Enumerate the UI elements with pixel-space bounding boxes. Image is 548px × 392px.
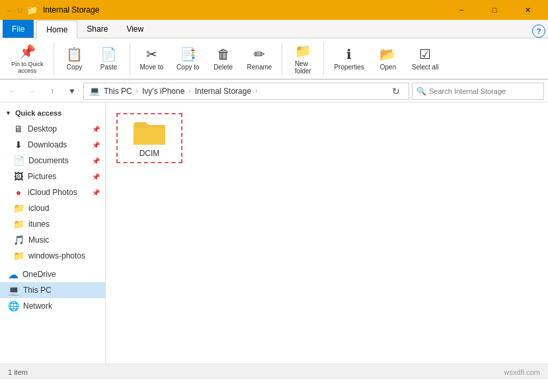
up-button[interactable]: ↑ (44, 83, 61, 100)
sidebar-item-network[interactable]: 🌐 Network (0, 298, 105, 314)
downloads-icon: ⬇ (13, 139, 24, 150)
ribbon-content: 📌 Pin to Quickaccess 📋 Copy 📄 Paste ✂ Mo… (0, 38, 548, 79)
title-bar-controls: − □ ✕ (446, 0, 543, 20)
pin-to-quick-access-button[interactable]: 📌 Pin to Quickaccess (5, 40, 50, 77)
maximize-button[interactable]: □ (479, 0, 510, 20)
pictures-icon: 🖼 (13, 171, 24, 182)
quick-access-arrow: ▼ (5, 110, 11, 116)
sidebar-quick-access[interactable]: ▼ Quick access (0, 105, 105, 121)
breadcrumb-iphone[interactable]: Ivy's iPhone (139, 87, 187, 96)
sidebar-item-label: Desktop (28, 124, 57, 134)
svg-rect-1 (134, 128, 165, 145)
onedrive-icon: ☁ (8, 268, 19, 281)
pin-icon: 📌 (19, 44, 36, 59)
search-icon: 🔍 (416, 87, 426, 96)
back-button[interactable]: ← (4, 83, 21, 100)
itunes-icon: 📁 (13, 219, 24, 229)
open-label: Open (380, 63, 396, 71)
sidebar: ▼ Quick access 🖥 Desktop 📌 ⬇ Downloads 📌… (0, 102, 106, 364)
sidebar-item-label: itunes (28, 219, 50, 229)
pin-indicator: 📌 (92, 141, 100, 149)
copyto-icon: 📑 (180, 46, 196, 62)
select-all-button[interactable]: ☑ Select all (406, 43, 445, 74)
help-button[interactable]: ? (532, 24, 545, 38)
sidebar-item-this-pc[interactable]: 💻 This PC (0, 282, 105, 298)
address-bar-area: ← → ↑ ▼ 💻 This PC › Ivy's iPhone › Inter… (0, 80, 548, 102)
close-button[interactable]: ✕ (512, 0, 543, 20)
search-input[interactable] (429, 87, 539, 95)
icloud-photos-icon: ● (13, 187, 24, 198)
title-bar-left: – □ 📁 Internal Storage (5, 5, 99, 15)
sidebar-item-icloud[interactable]: 📁 icloud (0, 200, 105, 216)
item-count: 1 item (8, 368, 28, 376)
pin-indicator: 📌 (92, 189, 100, 196)
pin-indicator: 📌 (92, 126, 100, 133)
content-area: DCIM (106, 102, 548, 364)
tab-home[interactable]: Home (36, 20, 77, 38)
open-icon: 📂 (379, 46, 396, 62)
copy-to-button[interactable]: 📑 Copy to (171, 43, 205, 74)
pin-indicator: 📌 (92, 173, 100, 180)
recent-locations-button[interactable]: ▼ (63, 83, 81, 100)
new-folder-button[interactable]: 📁 Newfolder (286, 40, 319, 78)
tab-view[interactable]: View (117, 20, 153, 38)
copy-icon: 📋 (66, 46, 83, 62)
sidebar-item-itunes[interactable]: 📁 itunes (0, 216, 105, 232)
sidebar-item-label: Pictures (28, 172, 56, 181)
address-box[interactable]: 💻 This PC › Ivy's iPhone › Internal Stor… (83, 83, 409, 100)
breadcrumb-this-pc[interactable]: This PC (101, 87, 135, 96)
sidebar-item-desktop[interactable]: 🖥 Desktop 📌 (0, 121, 105, 137)
title-small-icon1[interactable]: – (5, 6, 13, 14)
move-to-button[interactable]: ✂ Move to (134, 43, 170, 74)
copy-button[interactable]: 📋 Copy (58, 43, 91, 74)
desktop-icon: 🖥 (13, 124, 24, 134)
rename-button[interactable]: ✏ Rename (241, 43, 278, 74)
move-icon: ✂ (146, 46, 157, 62)
windows-photos-icon: 📁 (13, 251, 24, 261)
folder-dcim[interactable]: DCIM (116, 113, 182, 163)
sidebar-item-icloud-photos[interactable]: ● iCloud Photos 📌 (0, 184, 105, 200)
pin-label: Pin to Quickaccess (11, 61, 44, 74)
delete-button[interactable]: 🗑 Delete (207, 44, 240, 74)
sidebar-item-pictures[interactable]: 🖼 Pictures 📌 (0, 169, 105, 184)
select-icon: ☑ (419, 46, 431, 62)
paste-label: Paste (100, 63, 118, 71)
search-box[interactable]: 🔍 (412, 83, 544, 100)
breadcrumb-arrow1: › (136, 87, 138, 95)
sidebar-item-label: This PC (23, 286, 52, 295)
tab-file[interactable]: File (3, 20, 34, 38)
ribbon-sep3 (282, 42, 282, 75)
pin-indicator: 📌 (92, 157, 100, 165)
sidebar-item-windows-photos[interactable]: 📁 windows-photos (0, 248, 105, 264)
sidebar-item-label: Network (23, 301, 52, 311)
properties-button[interactable]: ℹ Properties (328, 43, 370, 74)
title-small-icon2[interactable]: □ (16, 6, 24, 14)
properties-icon: ℹ (346, 46, 352, 62)
ribbon: File Home Share View ? 📌 Pin to Quickacc… (0, 20, 548, 80)
minimize-button[interactable]: − (446, 0, 477, 20)
tab-share[interactable]: Share (77, 20, 117, 38)
sidebar-item-label: Quick access (15, 109, 61, 117)
ribbon-sep1 (54, 42, 54, 75)
sidebar-item-downloads[interactable]: ⬇ Downloads 📌 (0, 137, 105, 153)
title-folder-icon: 📁 (26, 5, 38, 15)
rename-label: Rename (247, 63, 272, 71)
new-folder-label: Newfolder (295, 60, 311, 75)
refresh-button[interactable]: ↻ (389, 84, 403, 98)
sidebar-item-onedrive[interactable]: ☁ OneDrive (0, 266, 105, 282)
new-folder-icon: 📁 (295, 43, 311, 59)
properties-label: Properties (334, 63, 364, 71)
main-layout: ▼ Quick access 🖥 Desktop 📌 ⬇ Downloads 📌… (0, 102, 548, 364)
delete-label: Delete (214, 63, 233, 71)
sidebar-item-documents[interactable]: 📄 Documents 📌 (0, 153, 105, 169)
sidebar-item-label: iCloud Photos (28, 188, 77, 197)
move-label: Move to (140, 63, 164, 71)
sidebar-item-music[interactable]: 🎵 Music (0, 232, 105, 248)
documents-icon: 📄 (13, 155, 24, 166)
breadcrumb-internal-storage[interactable]: Internal Storage (192, 87, 254, 96)
forward-button[interactable]: → (24, 83, 41, 100)
paste-button[interactable]: 📄 Paste (93, 43, 126, 74)
open-button[interactable]: 📂 Open (372, 43, 405, 74)
sidebar-item-label: icloud (28, 204, 49, 213)
rename-icon: ✏ (254, 46, 265, 62)
